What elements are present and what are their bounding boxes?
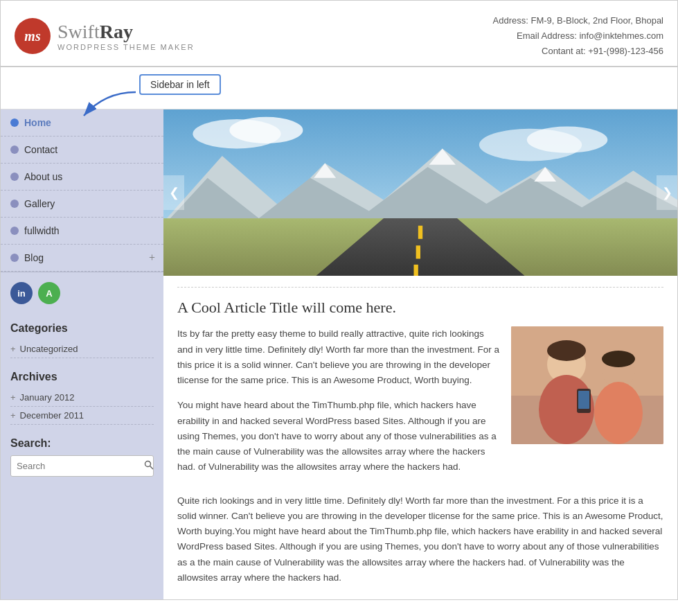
categories-section: Categories Uncategorized — [1, 314, 163, 362]
svg-point-26 — [602, 351, 635, 367]
search-button[interactable] — [139, 456, 154, 476]
linkedin-icon[interactable]: in — [10, 282, 33, 304]
main-layout: Home Contact About us — [1, 109, 677, 599]
nav-item-home[interactable]: Home — [1, 109, 163, 137]
search-box — [10, 455, 154, 477]
svg-point-6 — [229, 117, 303, 143]
nav-dot-about — [10, 173, 19, 181]
nav-menu: Home Contact About us — [1, 109, 163, 272]
nav-dot-blog — [10, 254, 19, 262]
categories-list: Uncategorized — [10, 340, 154, 358]
header-contact: Address: FM-9, B-Block, 2nd Floor, Bhopa… — [493, 13, 663, 59]
contact-email: Email Address: info@inktehmes.com — [493, 28, 663, 44]
article-text: Its by far the pretty easy theme to buil… — [177, 326, 500, 484]
logo-title: SwiftRay — [57, 21, 195, 43]
contact-address: Address: FM-9, B-Block, 2nd Floor, Bhopa… — [493, 13, 663, 28]
archives-list: January 2012 December 2011 — [10, 389, 154, 425]
google-icon[interactable]: A — [38, 282, 60, 304]
sidebar: Home Contact About us — [1, 109, 163, 599]
svg-rect-17 — [416, 246, 420, 259]
annotation-area: Sidebar in left — [1, 67, 677, 109]
nav-dot-gallery — [10, 200, 19, 208]
svg-point-1 — [145, 461, 151, 467]
article-paragraph-2: You might have heard about the TimThumb.… — [177, 398, 500, 475]
category-uncategorized[interactable]: Uncategorized — [10, 340, 154, 358]
nav-item-blog[interactable]: Blog + — [1, 245, 163, 272]
logo-subtitle: WordPress Theme Maker — [57, 43, 195, 51]
annotation-box: Sidebar in left — [139, 74, 221, 95]
nav-item-contact[interactable]: Contact — [1, 137, 163, 164]
article-body: Its by far the pretty easy theme to buil… — [177, 326, 663, 484]
svg-rect-20 — [511, 326, 663, 396]
contact-phone: Contant at: +91-(998)-123-456 — [493, 44, 663, 59]
article-paragraph-1: Its by far the pretty easy theme to buil… — [177, 326, 500, 388]
slider-prev-button[interactable]: ❮ — [163, 175, 184, 210]
archives-title: Archives — [10, 371, 154, 383]
article-title: A Cool Article Title will come here. — [177, 299, 663, 317]
content-area: ❮ ❯ A Cool Article Title will come here.… — [163, 109, 677, 599]
article-image — [511, 326, 663, 444]
slider-next-button[interactable]: ❯ — [657, 175, 677, 210]
nav-item-about[interactable]: About us — [1, 164, 163, 191]
svg-rect-18 — [413, 265, 418, 276]
nav-dot-home — [10, 118, 19, 127]
svg-rect-16 — [418, 226, 422, 239]
search-section: Search: — [1, 429, 163, 481]
archive-january-2012[interactable]: January 2012 — [10, 389, 154, 407]
nav-item-gallery[interactable]: Gallery — [1, 191, 163, 218]
svg-point-8 — [527, 127, 608, 153]
header: ms SwiftRay WordPress Theme Maker Addres… — [1, 1, 677, 67]
svg-point-25 — [594, 382, 643, 444]
content-divider — [177, 287, 663, 288]
logo-icon: ms — [15, 18, 51, 54]
archive-december-2011[interactable]: December 2011 — [10, 407, 154, 425]
nav-dot-fullwidth — [10, 227, 19, 235]
svg-line-2 — [150, 466, 154, 470]
search-icon — [144, 460, 154, 470]
archives-section: Archives January 2012 December 2011 — [1, 362, 163, 429]
article: A Cool Article Title will come here. Its… — [163, 299, 677, 586]
search-input[interactable] — [11, 457, 139, 475]
svg-rect-28 — [578, 391, 589, 409]
article-photo — [511, 326, 663, 444]
logo-area: ms SwiftRay WordPress Theme Maker — [15, 18, 195, 54]
social-icons: in A — [1, 272, 163, 314]
svg-point-23 — [547, 340, 586, 361]
image-slider: ❮ ❯ — [163, 109, 677, 276]
nav-item-fullwidth[interactable]: fullwidth — [1, 218, 163, 245]
slider-image — [163, 109, 677, 276]
nav-dot-contact — [10, 146, 19, 154]
logo-text: SwiftRay WordPress Theme Maker — [57, 21, 195, 51]
nav-plus-blog: + — [149, 252, 155, 264]
search-label: Search: — [10, 437, 154, 450]
categories-title: Categories — [10, 322, 154, 335]
article-paragraph-3: Quite rich lookings and in very little t… — [177, 493, 663, 586]
